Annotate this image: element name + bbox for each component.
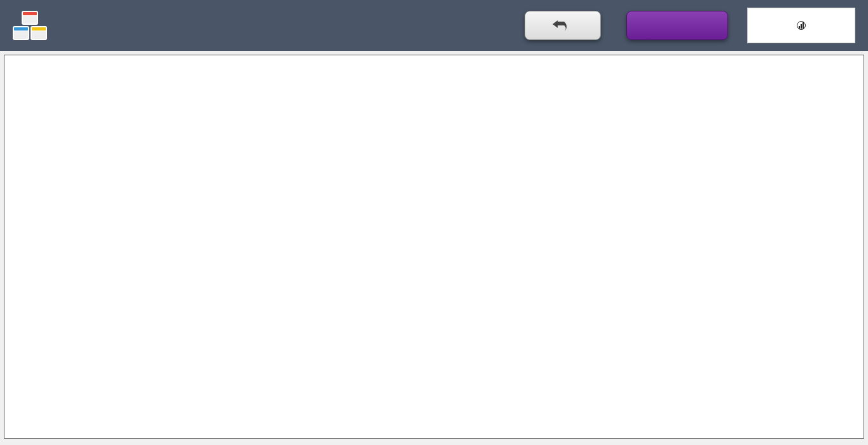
brand-logo — [747, 8, 855, 43]
org-chart-canvas — [4, 55, 864, 439]
export-pdf-button[interactable] — [626, 11, 728, 40]
back-to-menu-button[interactable] — [525, 11, 601, 40]
back-arrow-icon — [551, 18, 569, 32]
app-logo-icon — [13, 11, 47, 40]
brand-bars-icon — [797, 21, 806, 30]
app-header — [0, 0, 868, 51]
connector-lines — [4, 55, 864, 438]
